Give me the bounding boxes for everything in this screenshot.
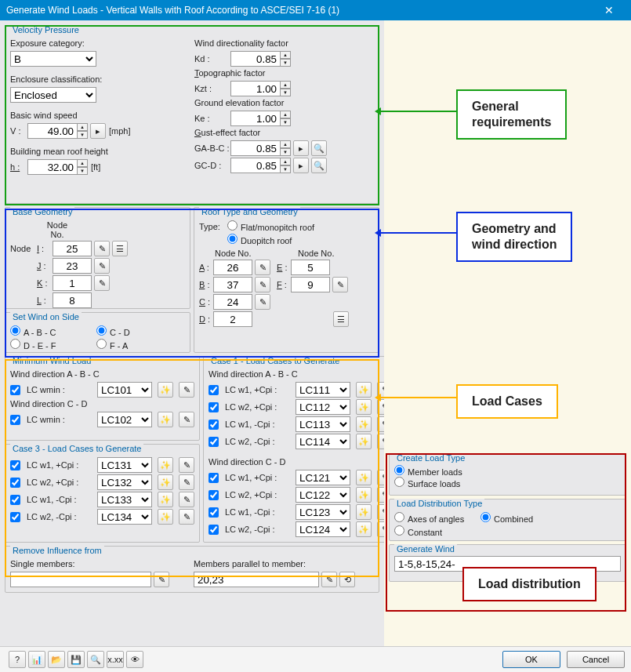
radio-member-loads[interactable]: Member loads [394,467,462,477]
new-lc-icon[interactable]: ✨ [356,487,372,503]
new-lc-icon[interactable]: ✨ [158,382,173,398]
chk-lc[interactable] [209,385,219,395]
lc-select[interactable]: LC131 [97,457,152,473]
lookup-icon[interactable]: 🔍 [87,651,104,668]
pick-icon[interactable]: ✎ [321,572,337,587]
radio-constant[interactable]: Constant [394,528,442,537]
new-lc-icon[interactable]: ✨ [158,492,173,507]
new-lc-icon[interactable]: ✨ [158,509,173,525]
list-icon[interactable]: ☰ [333,311,349,327]
chk-lc[interactable] [209,437,219,447]
radio-flat[interactable]: Flat/monopitch roof [227,220,314,232]
radio-def[interactable]: D - E - F [10,339,96,351]
node-k-input[interactable] [53,275,92,291]
edit-lc-icon[interactable]: ✎ [179,492,194,507]
edit-lc-icon[interactable]: ✎ [179,474,194,490]
new-lc-icon[interactable]: ✨ [158,457,173,473]
spinner[interactable]: ▲▼ [77,159,88,175]
chk-lc[interactable] [209,525,219,535]
lc-select[interactable]: LC113 [296,416,350,432]
pick-icon[interactable]: ✎ [94,258,110,274]
spinner[interactable]: ▲▼ [280,81,291,96]
chk-lc[interactable] [10,495,20,505]
arrow-right-icon[interactable]: ▸ [90,123,106,139]
lookup-icon[interactable]: 🔍 [311,140,327,156]
edit-lc-icon[interactable]: ✎ [179,412,194,427]
new-lc-icon[interactable]: ✨ [356,382,372,398]
ke-input[interactable] [230,111,281,126]
spinner[interactable]: ▲▼ [77,123,88,139]
lc-select[interactable]: LC114 [296,434,350,449]
arrow-right-icon[interactable]: ▸ [293,158,309,173]
node-l-input[interactable] [53,292,92,308]
pick-icon[interactable]: ✎ [255,277,270,292]
lc102-select[interactable]: LC102 [97,412,152,427]
edit-lc-icon[interactable]: ✎ [179,382,194,398]
spinner[interactable]: ▲▼ [280,140,291,156]
edit-lc-icon[interactable]: ✎ [179,457,194,473]
new-lc-icon[interactable]: ✨ [356,521,372,537]
lc-select[interactable]: LC123 [296,504,350,520]
radio-fa[interactable]: F - A [96,339,128,351]
chk-lc[interactable] [209,402,219,412]
chk-lc[interactable] [209,490,219,500]
kd-input[interactable] [230,51,281,67]
chk-lc[interactable] [209,420,219,430]
node-f-input[interactable] [291,277,330,292]
lc-select[interactable]: LC111 [296,382,350,398]
spinner[interactable]: ▲▼ [280,51,291,67]
lc-select[interactable]: LC133 [97,492,152,507]
help-icon[interactable]: ? [9,651,26,668]
lc101-select[interactable]: LC101 [97,382,152,398]
lookup-icon[interactable]: 🔍 [311,158,327,173]
kzt-input[interactable] [230,81,281,96]
radio-axes[interactable]: Axes of angles [394,512,481,524]
radio-duopitch[interactable]: Duopitch roof [227,234,292,245]
parallel-members-input[interactable] [194,572,319,587]
single-members-input[interactable] [10,572,151,587]
node-e-input[interactable] [291,260,330,275]
chk-lc[interactable] [209,507,219,518]
radio-cd[interactable]: C - D [96,325,130,337]
close-icon[interactable]: ✕ [593,4,625,16]
lc-select[interactable]: LC122 [296,487,350,503]
new-lc-icon[interactable]: ✨ [356,470,372,485]
mean-roof-height-input[interactable] [27,159,78,175]
lc-select[interactable]: LC121 [296,470,350,485]
spinner[interactable]: ▲▼ [280,158,291,173]
save-icon[interactable]: 💾 [67,651,85,668]
chk-lc[interactable] [10,512,20,522]
chk-lc[interactable] [10,460,20,470]
new-lc-icon[interactable]: ✨ [356,504,372,520]
new-lc-icon[interactable]: ✨ [356,434,372,449]
node-j-input[interactable] [53,258,92,274]
pick-icon[interactable]: ✎ [94,275,110,291]
pick-icon[interactable]: ✎ [255,294,270,310]
radio-abc[interactable]: A - B - C [10,325,96,337]
chk-lc-wmin-1[interactable] [10,385,20,395]
reverse-icon[interactable]: ⟲ [339,572,355,587]
edit-lc-icon[interactable]: ✎ [179,509,194,525]
lc-select[interactable]: LC112 [296,399,350,415]
list-icon[interactable]: ☰ [112,241,128,256]
node-d-input[interactable] [213,311,252,327]
pick-icon[interactable]: ✎ [94,241,110,256]
cancel-button[interactable]: Cancel [567,651,625,668]
radio-combined[interactable]: Combined [481,512,533,524]
chk-lc[interactable] [10,478,20,488]
enclosure-select[interactable]: Enclosed [10,87,96,103]
radio-surface-loads[interactable]: Surface loads [394,479,460,489]
new-lc-icon[interactable]: ✨ [158,412,173,427]
gabc-input[interactable] [230,140,281,156]
spinner[interactable]: ▲▼ [280,111,291,126]
lc-select[interactable]: LC124 [296,521,350,537]
exposure-category-select[interactable]: B [10,51,96,67]
eye-icon[interactable]: 👁 [126,651,143,668]
new-lc-icon[interactable]: ✨ [356,416,372,432]
lc-select[interactable]: LC134 [97,509,152,525]
number-icon[interactable]: x.xx [107,651,124,668]
chk-lc-wmin-2[interactable] [10,415,20,425]
new-lc-icon[interactable]: ✨ [158,474,173,490]
chk-lc[interactable] [209,473,219,483]
node-a-input[interactable] [213,260,252,275]
